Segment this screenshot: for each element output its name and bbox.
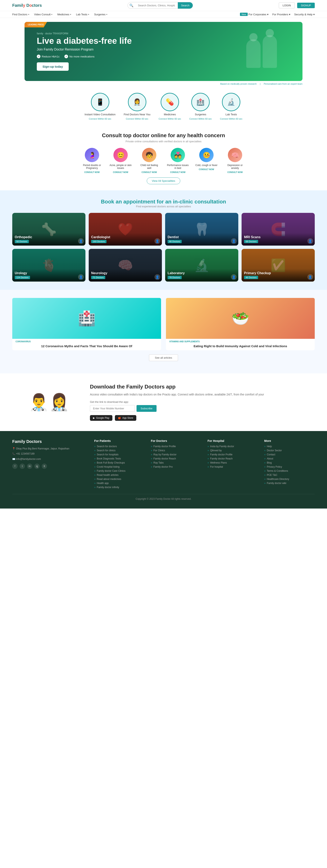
consult-title: Consult top doctor online for any health… [12, 132, 315, 138]
footer-link-doctor-sector[interactable]: Doctor Sector [264, 449, 315, 452]
nav-surgeries[interactable]: Surgeries ▾ [94, 13, 107, 16]
concern-grid: 🤰 Period doubts or Pregnancy CONSULT NOW… [12, 148, 315, 174]
concern-link-cold[interactable]: CONSULT NOW [199, 168, 214, 170]
login-button[interactable]: LOGIN [279, 2, 295, 8]
footer-link-doctor-reach[interactable]: Family doctor Reach [151, 457, 201, 460]
search-input[interactable] [135, 2, 178, 8]
hero-feature-2: ✓ No more medications [64, 55, 94, 58]
concern-child[interactable]: 🧒 Child not feeling well CONSULT NOW [138, 148, 160, 174]
footer-link-hospital-profile[interactable]: Family doctor Profile [207, 453, 258, 456]
nav-providers[interactable]: For Providers ▾ [272, 13, 290, 16]
quick-find-doctors[interactable]: 👩‍⚕️ Find Doctors Near You Connect Withi… [124, 93, 151, 120]
primary-count: 46 Doctors [244, 276, 258, 279]
twitter-icon[interactable]: t [20, 464, 25, 469]
footer-link-help[interactable]: Help [264, 445, 315, 448]
footer-link-pce[interactable]: PCE T&C [264, 473, 315, 476]
signup-button[interactable]: SIGNUP [297, 3, 315, 8]
footer-link-for-clinics[interactable]: For Clinics [151, 449, 201, 452]
footer-link-hospital-reach[interactable]: Family doctor Reach [207, 457, 258, 460]
footer-patients-title: For Patients [94, 439, 145, 442]
footer-link-blog[interactable]: Blog [264, 461, 315, 464]
footer-link-medicines[interactable]: Read about medicines [94, 478, 145, 480]
quick-medicines[interactable]: 💊 Medicines Connect Within 60 sec [159, 93, 181, 120]
concern-pregnancy[interactable]: 🤰 Period doubts or Pregnancy CONSULT NOW [81, 148, 103, 174]
nav-security[interactable]: Security & Help ▾ [294, 13, 315, 16]
footer-link-qlinved[interactable]: Qlinved by [207, 449, 258, 452]
nav-lab-tests[interactable]: Lab Tests ▾ [76, 13, 89, 16]
nav-video-consult[interactable]: Video Consult ▾ [34, 13, 53, 16]
articles-section: 🏥 CORONAVIRUS 12 Coronavirus Myths and F… [0, 290, 327, 373]
specialty-card-urology[interactable]: 🫀 Urology 124 Doctors 👤 [12, 249, 86, 282]
tiktok-icon[interactable]: tt [42, 464, 47, 469]
concern-depression[interactable]: 🧠 Depression or anxiety CONSULT NOW [224, 148, 246, 174]
quick-video-consult[interactable]: 📱 Instant Video Consultation Connect Wit… [85, 93, 116, 120]
footer-link-health-app[interactable]: Health app [94, 482, 145, 485]
footer-link-terms[interactable]: Terms & Conditions [264, 469, 315, 472]
nav-medicines[interactable]: Medicines ▾ [57, 13, 71, 16]
concern-cold[interactable]: 🤒 Cold, cough or fever CONSULT NOW [195, 148, 218, 174]
article-tag-2: VITAMINS AND SUPPLEMENTS [166, 339, 315, 343]
header-auth: LOGIN SIGNUP [279, 2, 315, 8]
specialty-card-primary[interactable]: ✅ Primary Checkup 46 Doctors 👤 [241, 249, 315, 282]
nav-find-doctors[interactable]: Find Doctors ▾ [12, 13, 29, 16]
footer-link-insta[interactable]: Insta by Family doctor [207, 445, 258, 448]
footer-link-doctor-pro[interactable]: Family doctor Pro [151, 465, 201, 468]
mri-bottom-icon: 👤 [307, 238, 313, 244]
footer-link-diagnostic[interactable]: Book Diagnostic Tests [94, 457, 145, 460]
specialty-card-neurology[interactable]: 🧠 Neurology 71 Doctors 👤 [89, 249, 162, 282]
concern-link-depression[interactable]: CONSULT NOW [227, 171, 243, 174]
footer-link-contact[interactable]: Contact [264, 453, 315, 456]
hero-cta-button[interactable]: Sign-up today [37, 62, 69, 71]
footer-link-health-articles[interactable]: Read health articles [94, 473, 145, 476]
nav-corporates[interactable]: New For Corporates ▾ [240, 13, 268, 16]
footer-link-care-clinics[interactable]: Family doctor Care Clinics [94, 469, 145, 472]
footer-grid: Family Doctors 📍 Okay Plus Big Beni Ramn… [12, 439, 315, 490]
quick-lab-tests[interactable]: 🔬 Lab Tests Connect Within 60 sec [220, 93, 242, 120]
hero-feature-1: ✓ Reduce HbA1c [37, 55, 60, 58]
subscribe-button[interactable]: Subscribe [136, 405, 157, 412]
footer-link-doctor-profile[interactable]: Family doctor Profile [151, 445, 201, 448]
footer-link-covid[interactable]: Covid Hospital listing [94, 465, 145, 468]
footer-link-wiki[interactable]: Family doctor wiki [264, 482, 315, 485]
footer-link-checkups[interactable]: Book Full Body Checkups [94, 461, 145, 464]
specialty-card-mri[interactable]: 🧲 MRI Scans 68 Doctors 👤 [241, 213, 315, 246]
concern-performance[interactable]: 💑 Performance issues in bed CONSULT NOW [167, 148, 189, 174]
concern-link-acne[interactable]: CONSULT NOW [113, 171, 128, 174]
article-card-1[interactable]: 🏥 CORONAVIRUS 12 Coronavirus Myths and F… [12, 298, 161, 350]
quick-sub-lab: Connect Within 60 sec [220, 118, 242, 120]
footer-link-ray-tabs[interactable]: Ray Tabs [151, 461, 201, 464]
concern-label-cold: Cold, cough or fever [195, 164, 218, 167]
see-all-articles-button[interactable]: See all articles [149, 354, 178, 361]
app-content: Download the Family Doctors app Access v… [90, 383, 306, 421]
google-play-button[interactable]: ▶ Google Play [90, 415, 112, 421]
linkedin-icon[interactable]: in [27, 464, 32, 469]
specialty-card-cardiologist[interactable]: ❤️ Cardiologist 160 Doctors 👤 [89, 213, 162, 246]
view-all-specialities-button[interactable]: View All Specialities [147, 178, 181, 184]
concern-link-child[interactable]: CONSULT NOW [142, 171, 157, 174]
article-card-2[interactable]: 🥗 VITAMINS AND SUPPLEMENTS Eating Right … [166, 298, 315, 350]
facebook-icon[interactable]: f [12, 464, 18, 469]
specialty-card-dentist[interactable]: 🦷 Dentist 80 Doctors 👤 [165, 213, 238, 246]
footer-link-search-clinics[interactable]: Search for clinics [94, 449, 145, 452]
search-button[interactable]: Search [178, 2, 193, 8]
footer-link-wellness[interactable]: Wellness Plans [207, 461, 258, 464]
footer-link-about[interactable]: About [264, 457, 315, 460]
instagram-icon[interactable]: ig [34, 464, 40, 469]
concern-link-performance[interactable]: CONSULT NOW [170, 171, 186, 174]
footer-link-privacy[interactable]: Privacy Policy [264, 465, 315, 468]
specialty-card-orthopedic[interactable]: 🦴 Orthopedic 50 Doctors 👤 [12, 213, 86, 246]
urology-count: 124 Doctors [15, 276, 30, 279]
mobile-number-input[interactable] [90, 405, 135, 412]
footer-link-ray-family[interactable]: Ray by Family doctor [151, 453, 201, 456]
footer-link-infinity[interactable]: Family doctor infinity [94, 486, 145, 489]
specialty-card-laboratory[interactable]: 🔬 Laboratory 78 Doctors 👤 [165, 249, 238, 282]
hero-description: Join Family Doctor Remission Program [37, 48, 132, 51]
footer-link-for-hospital[interactable]: For hospital [207, 465, 258, 468]
quick-surgeries[interactable]: 🏥 Surgeries Connect Within 60 sec [189, 93, 212, 120]
footer-link-search-hospitals[interactable]: Search for hospitals [94, 453, 145, 456]
app-store-button[interactable]: 🍎 App Store [115, 415, 136, 421]
concern-link-pregnancy[interactable]: CONSULT NOW [85, 171, 100, 174]
footer-link-directory[interactable]: Healthcare Directory [264, 478, 315, 480]
concern-acne[interactable]: 😊 Acne, pimple or skin issues CONSULT NO… [109, 148, 132, 174]
footer-link-search-doctors[interactable]: Search for doctors [94, 445, 145, 448]
